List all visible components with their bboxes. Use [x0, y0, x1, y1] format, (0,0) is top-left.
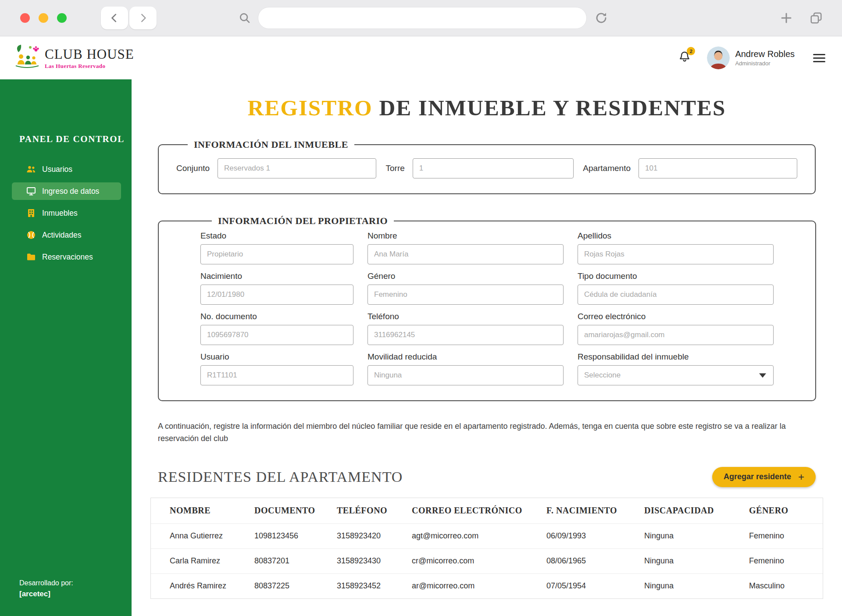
main-content: REGISTRO DE INMUEBLE Y RESIDENTES INFORM… — [132, 79, 842, 616]
genero-field: Género — [367, 271, 564, 305]
estado-field: Estado — [200, 231, 353, 264]
residents-table: NOMBRE DOCUMENTO TELÉFONO CORREO ELECTRÓ… — [150, 498, 823, 599]
chevron-right-icon — [137, 12, 149, 24]
refresh-icon[interactable] — [595, 11, 608, 25]
tipo-documento-input[interactable] — [578, 285, 774, 305]
sidebar-item-actividades[interactable]: Actividades — [12, 226, 121, 244]
back-button[interactable] — [101, 7, 128, 29]
user-meta: Andrew Robles Administrador — [735, 49, 795, 67]
forward-button[interactable] — [129, 7, 157, 29]
instructions-note: A continuación, registre la información … — [158, 420, 798, 445]
table-cell: Anna Gutierrez — [170, 531, 254, 541]
torre-input[interactable] — [413, 158, 574, 178]
apartamento-input[interactable] — [639, 158, 797, 178]
header-cell: F. NACIMIENTO — [546, 506, 644, 516]
sidebar-footer: Desarrollado por: [arcetec] — [19, 579, 73, 598]
telefono-field: Teléfono — [367, 312, 564, 345]
table-row: Carla Ramirez 80837201 3158923430 cr@mic… — [151, 548, 823, 573]
brand-subtitle: Las Huertas Reservado — [45, 63, 134, 70]
table-cell: 06/09/1993 — [546, 531, 644, 541]
tipo-documento-field: Tipo documento — [578, 271, 774, 305]
table-header-row: NOMBRE DOCUMENTO TELÉFONO CORREO ELECTRÓ… — [151, 498, 823, 523]
table-cell: ar@micorreo.com — [412, 581, 546, 591]
user-name: Andrew Robles — [735, 49, 795, 59]
search-icon[interactable] — [238, 11, 251, 25]
table-cell: agt@micorreo.com — [412, 531, 546, 541]
sidebar-item-label: Usuarios — [42, 165, 72, 174]
table-row: Anna Gutierrez 1098123456 3158923420 agt… — [151, 523, 823, 548]
usuario-input[interactable] — [200, 365, 353, 385]
responsabilidad-select[interactable]: Seleccione — [578, 365, 774, 385]
movilidad-reducida-input[interactable] — [367, 365, 564, 385]
avatar[interactable] — [707, 46, 730, 69]
table-cell: 1098123456 — [254, 531, 337, 541]
nombre-input[interactable] — [367, 244, 564, 264]
estado-input[interactable] — [200, 244, 353, 264]
bell-icon — [678, 57, 691, 65]
movilidad-reducida-field: Movilidad reducida — [367, 352, 564, 385]
header-cell: NOMBRE — [170, 506, 254, 516]
folder-icon — [26, 252, 36, 262]
window-controls — [20, 13, 67, 23]
page-title: REGISTRO DE INMUEBLE Y RESIDENTES — [132, 95, 842, 121]
sidebar-item-label: Reservaciones — [42, 253, 93, 262]
table-cell: 80837225 — [254, 581, 337, 591]
header-cell: GÉNERO — [749, 506, 823, 516]
responsabilidad-field: Responsabilidad del inmueble Seleccione — [578, 352, 774, 385]
table-row: Andrés Ramirez 80837225 3158923452 ar@mi… — [151, 573, 823, 598]
sidebar-item-label: Actividades — [42, 231, 82, 240]
chevron-down-icon — [759, 374, 766, 378]
sidebar-item-reservaciones[interactable]: Reservaciones — [12, 248, 121, 266]
header-cell: DOCUMENTO — [254, 506, 337, 516]
notifications-button[interactable]: 2 — [678, 50, 691, 65]
table-cell: Ninguna — [644, 581, 749, 591]
menu-icon[interactable] — [813, 54, 825, 62]
new-tab-icon[interactable] — [780, 11, 793, 25]
minimize-window-button[interactable] — [39, 13, 48, 23]
nacimiento-input[interactable] — [200, 285, 353, 305]
url-bar[interactable] — [258, 7, 587, 29]
sidebar-title: PANEL DE CONTROL — [19, 134, 132, 145]
table-cell: 3158923420 — [337, 531, 412, 541]
close-window-button[interactable] — [20, 13, 30, 23]
notification-badge: 2 — [687, 47, 695, 55]
sidebar-item-inmuebles[interactable]: Inmuebles — [12, 204, 121, 222]
propietario-section: INFORMACIÓN DEL PROPIETARIO Estado Nombr… — [158, 215, 816, 401]
brand-title: CLUB HOUSE — [45, 46, 134, 62]
conjunto-input[interactable] — [218, 158, 376, 178]
apartamento-label: Apartamento — [583, 164, 631, 173]
sidebar-item-label: Inmuebles — [42, 209, 78, 218]
inmueble-legend: INFORMACIÓN DEL INMUEBLE — [188, 139, 354, 150]
torre-field: Torre — [385, 158, 573, 178]
developed-by-label: Desarrollado por: — [19, 579, 73, 587]
genero-input[interactable] — [367, 285, 564, 305]
table-cell: Masculino — [749, 581, 823, 591]
header-cell: DISCAPACIDAD — [644, 506, 749, 516]
building-icon — [26, 208, 36, 218]
nombre-field: Nombre — [367, 231, 564, 264]
zoom-window-button[interactable] — [57, 13, 67, 23]
table-cell: 80837201 — [254, 556, 337, 566]
brand-logo[interactable]: CLUB HOUSE Las Huertas Reservado — [13, 43, 134, 72]
club-house-logo-icon — [13, 43, 40, 72]
plus-icon: + — [798, 472, 804, 482]
residents-section-title: RESIDENTES DEL APARTAMENTO — [158, 469, 403, 485]
table-cell: 3158923430 — [337, 556, 412, 566]
sidebar-item-ingreso-de-datos[interactable]: Ingreso de datos — [12, 182, 121, 200]
conjunto-field: Conjunto — [176, 158, 376, 178]
sidebar-item-usuarios[interactable]: Usuarios — [12, 160, 121, 178]
nacimiento-field: Nacimiento — [200, 271, 353, 305]
conjunto-label: Conjunto — [176, 164, 210, 173]
no-documento-input[interactable] — [200, 325, 353, 345]
table-cell: Andrés Ramirez — [170, 581, 254, 591]
tab-overview-icon[interactable] — [810, 11, 823, 25]
telefono-input[interactable] — [367, 325, 564, 345]
correo-electronico-field: Correo electrónico — [578, 312, 774, 345]
table-cell: Femenino — [749, 531, 823, 541]
table-cell: 08/06/1965 — [546, 556, 644, 566]
apellidos-input[interactable] — [578, 244, 774, 264]
sidebar-item-label: Ingreso de datos — [42, 187, 99, 196]
developer-name: [arcetec] — [19, 590, 73, 598]
add-resident-button[interactable]: Agregar residente + — [712, 467, 816, 487]
correo-electronico-input[interactable] — [578, 325, 774, 345]
